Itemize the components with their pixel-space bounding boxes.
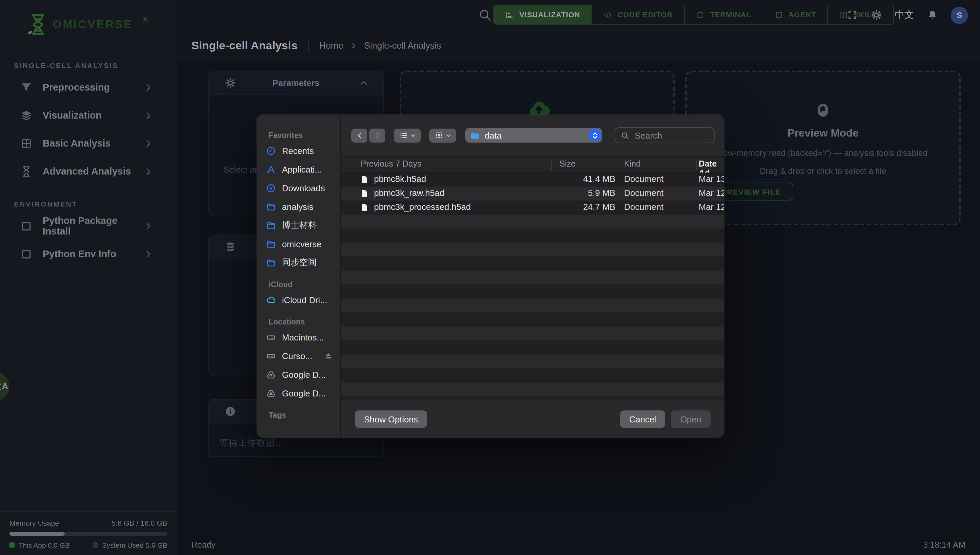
file-list-columns: Previous 7 Days Size Kind Date Ad <box>341 156 724 173</box>
dialog-sidebar-item-博士材料[interactable]: 博士材料 <box>257 216 340 234</box>
empty-row <box>341 326 724 340</box>
empty-row <box>341 340 724 354</box>
column-size[interactable]: Size <box>559 159 576 168</box>
file-kind: Document <box>624 202 664 212</box>
dialog-toolbar: data <box>341 115 724 156</box>
folder-icon <box>266 220 276 230</box>
empty-row <box>341 271 724 284</box>
empty-row <box>341 298 724 313</box>
group-header: Previous 7 Days <box>361 159 421 168</box>
folder-stepper[interactable] <box>589 129 601 141</box>
dialog-sidebar-item-macintos[interactable]: Macintos... <box>257 328 340 346</box>
search-input[interactable] <box>633 130 708 141</box>
download-icon <box>266 183 276 193</box>
empty-row <box>341 242 724 257</box>
dialog-sidebar-item-omicverse[interactable]: omicverse <box>257 234 340 253</box>
file-list: pbmc8k.h5ad41.4 MBDocumentMar 13pbmc3k_r… <box>341 173 724 400</box>
empty-row <box>341 382 724 396</box>
dialog-section-favorites: Favorites <box>269 131 340 139</box>
file-size: 24.7 MB <box>551 202 615 212</box>
cancel-button[interactable]: Cancel <box>620 411 665 428</box>
dialog-search-field[interactable] <box>615 127 715 143</box>
chevron-left-icon <box>355 131 364 140</box>
updown-chevrons-icon <box>591 131 599 140</box>
show-options-button[interactable]: Show Options <box>355 411 427 428</box>
folder-icon <box>470 130 480 140</box>
dialog-sidebar-item-analysis[interactable]: analysis <box>257 197 340 216</box>
dialog-section-tags: Tags <box>269 411 340 419</box>
current-folder-dropdown[interactable]: data <box>465 128 602 143</box>
clock-icon <box>266 146 276 156</box>
dialog-sidebar-item-google-d[interactable]: Google D... <box>257 384 340 403</box>
folder-icon <box>266 258 276 268</box>
file-row-pbmc3k-processed-h5ad[interactable]: pbmc3k_processed.h5ad24.7 MBDocumentMar … <box>341 201 724 215</box>
file-size: 5.9 MB <box>551 188 615 198</box>
file-date-added: Mar 12 <box>699 188 724 198</box>
column-kind[interactable]: Kind <box>624 159 641 168</box>
dialog-sidebar-item-applicati[interactable]: Applicati... <box>257 160 340 178</box>
forward-button[interactable] <box>370 128 386 142</box>
document-icon <box>360 202 369 213</box>
file-name: pbmc3k_processed.h5ad <box>374 202 471 212</box>
document-icon <box>360 175 369 184</box>
document-icon <box>360 189 369 199</box>
current-folder-name: data <box>485 130 585 140</box>
empty-row <box>341 257 724 271</box>
file-date-added: Mar 12 <box>699 202 724 212</box>
dialog-sidebar: Favorites Recents Applicati... Downloads… <box>257 115 341 438</box>
file-row-pbmc3k-raw-h5ad[interactable]: pbmc3k_raw.h5ad5.9 MBDocumentMar 12 <box>341 186 724 201</box>
file-date-added: Mar 13 <box>699 174 724 184</box>
dialog-footer: Show Options Cancel Open <box>341 400 724 438</box>
dialog-section-locations: Locations <box>269 318 340 326</box>
file-size: 41.4 MB <box>551 174 615 184</box>
grid-view-button[interactable] <box>429 128 456 142</box>
empty-row <box>341 369 724 382</box>
dialog-sidebar-item-icloud-dri[interactable]: iCloud Dri... <box>257 290 340 309</box>
empty-row <box>341 313 724 326</box>
file-kind: Document <box>624 174 664 184</box>
open-button[interactable]: Open <box>671 411 711 428</box>
grid-view-icon <box>434 131 443 140</box>
file-name: pbmc3k_raw.h5ad <box>374 188 444 198</box>
dialog-sidebar-item-recents[interactable]: Recents <box>257 141 340 160</box>
dialog-section-icloud: iCloud <box>269 281 340 289</box>
list-view-button[interactable] <box>394 128 421 142</box>
empty-row <box>341 354 724 369</box>
appstore-icon <box>266 164 276 174</box>
empty-row <box>341 284 724 298</box>
dialog-sidebar-item-google-d[interactable]: Google D... <box>257 365 340 384</box>
dialog-sidebar-item-同步空间[interactable]: 同步空间 <box>257 253 340 272</box>
eject-icon[interactable] <box>323 351 333 361</box>
search-icon <box>621 131 629 140</box>
dialog-sidebar-item-curso[interactable]: Curso... <box>257 346 340 365</box>
folder-icon <box>266 239 276 249</box>
empty-row <box>341 215 724 229</box>
gdrive-icon <box>266 369 276 379</box>
file-name: pbmc8k.h5ad <box>374 174 426 184</box>
chevron-down-icon <box>445 132 451 138</box>
app-root: OMICVERSE SINGLE-CELL ANALYSIS Preproces… <box>0 0 980 555</box>
list-view-icon <box>399 131 408 140</box>
icloud-icon <box>266 295 276 305</box>
back-button[interactable] <box>351 128 367 142</box>
empty-row <box>341 229 724 242</box>
file-open-dialog: Favorites Recents Applicati... Downloads… <box>257 115 724 438</box>
file-kind: Document <box>624 188 664 198</box>
gdrive-icon <box>266 388 276 398</box>
chevron-right-icon <box>373 131 382 140</box>
harddrive-icon <box>266 332 276 342</box>
dialog-sidebar-item-downloads[interactable]: Downloads <box>257 178 340 197</box>
harddrive-icon <box>266 351 276 361</box>
file-row-pbmc8k-h5ad[interactable]: pbmc8k.h5ad41.4 MBDocumentMar 13 <box>341 173 724 186</box>
folder-icon <box>266 202 276 212</box>
chevron-down-icon <box>410 132 416 138</box>
